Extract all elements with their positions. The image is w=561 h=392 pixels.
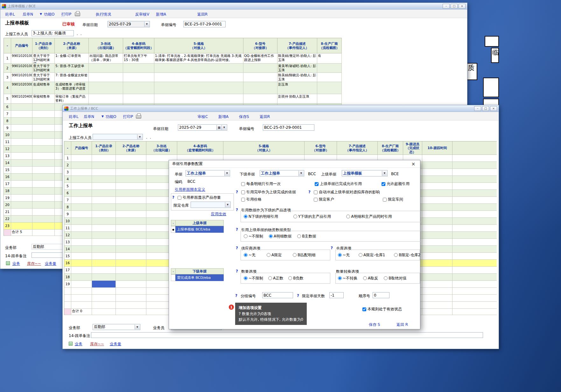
titlebar[interactable]: 工作上报单 / BCC – □ × <box>63 105 499 112</box>
template-grid-row-number[interactable]: 21 <box>4 209 11 216</box>
template-grid-row-number[interactable]: 9 <box>4 125 11 132</box>
work-grid-cell[interactable] <box>422 232 452 239</box>
function-menu-link[interactable]: 功能O <box>106 114 116 120</box>
template-grid-cell[interactable] <box>32 188 55 195</box>
template-grid-cell[interactable] <box>123 73 154 82</box>
help-question-mark[interactable]: ? <box>235 293 237 298</box>
work-grid-cell[interactable] <box>92 281 116 288</box>
radio-input[interactable] <box>338 276 342 280</box>
template-grid-cell[interactable] <box>11 181 32 188</box>
warehouse-group-option[interactable]: B限定-仓库2 <box>394 252 420 258</box>
function-menu-link[interactable]: 功能O <box>44 12 54 17</box>
work-grid-cell[interactable] <box>422 260 452 267</box>
work-grid-cell[interactable] <box>116 253 146 260</box>
template-grid-row-number[interactable]: 22 <box>4 216 11 223</box>
apply-link[interactable]: 应用生效 <box>211 211 226 217</box>
work-grid-row-number[interactable]: 4 <box>64 176 71 183</box>
cb-done-allow-input[interactable] <box>315 182 319 186</box>
return-link[interactable]: 返回R <box>260 114 270 120</box>
work-grid-cell[interactable] <box>116 190 146 197</box>
template-grid-cell[interactable] <box>32 167 55 174</box>
template-grid-row-number[interactable]: 6 <box>4 104 11 111</box>
help-question-mark[interactable]: ? <box>172 195 174 200</box>
work-grid-row-number[interactable] <box>64 295 71 302</box>
work-grid-cell[interactable] <box>116 274 146 281</box>
template-grid-cell[interactable] <box>11 195 32 202</box>
work-grid-cell[interactable] <box>116 155 146 162</box>
cb-show-stock-input[interactable] <box>178 196 181 200</box>
doc-date-combo[interactable]: 2025-07-29 ▦ ▼ <box>178 124 227 131</box>
work-grid-cell[interactable] <box>422 239 452 246</box>
work-grid-cell[interactable] <box>92 232 116 239</box>
business-link[interactable]: 业务 <box>12 261 20 266</box>
cb-refer-once[interactable]: 每条明细只引用一次 <box>241 181 281 187</box>
template-grid-cell[interactable]: 出现问题: 商品异常（清单，弹簧） <box>89 53 123 64</box>
template-grid-row[interactable]: 399010201008查大于等于12H超时来源:7: 晋强-金蝶波次标签陈美娟… <box>4 73 342 82</box>
child-doc-item[interactable]: 需完成清单 BCD/eba <box>171 274 224 281</box>
cb-rule-active-input[interactable] <box>362 307 366 311</box>
template-grid-cell[interactable]: 生成销售单 <box>32 82 55 94</box>
work-grid-cell[interactable] <box>116 162 146 169</box>
work-grid-column-header[interactable]: 5-规格 （对接人） <box>223 141 305 155</box>
radio-input[interactable] <box>384 276 388 280</box>
chevron-down-icon[interactable]: ▼ <box>135 325 140 329</box>
work-grid-row-number[interactable]: 11 <box>64 225 71 232</box>
template-grid-cell[interactable]: 5: 晋强-手工缺货单 <box>55 64 89 73</box>
template-grid-cell[interactable] <box>11 223 32 230</box>
template-grid-cell[interactable] <box>32 202 55 209</box>
template-grid-cell[interactable] <box>32 153 55 160</box>
work-grid-cell[interactable] <box>71 176 92 183</box>
help-question-mark[interactable]: ? <box>236 246 238 250</box>
template-grid-cell[interactable] <box>123 94 154 104</box>
printer-icon[interactable] <box>136 115 141 119</box>
radio-input[interactable] <box>269 234 273 238</box>
work-grid-cell[interactable] <box>422 204 452 211</box>
sequence-field[interactable]: 0 <box>373 292 389 298</box>
work-grid-cell[interactable] <box>71 211 92 218</box>
cb-show-stock[interactable]: 引用界面显示产品存量 <box>178 195 221 200</box>
cb-limit-workshop-input[interactable] <box>383 198 387 202</box>
template-grid-cell[interactable] <box>11 188 32 195</box>
template-grid-row-number[interactable]: 7 <box>4 111 11 118</box>
template-grid-row-number[interactable]: 13 <box>4 153 11 160</box>
work-grid-row-number[interactable]: 3 <box>64 169 71 176</box>
radio-input[interactable] <box>359 253 362 257</box>
work-grid-row-number[interactable]: 8 <box>64 204 71 211</box>
work-grid-cell[interactable] <box>71 246 92 253</box>
template-grid-cell[interactable]: 99010203003 <box>11 82 32 94</box>
template-grid-column-header[interactable]: 2-产品名称 （来源） <box>55 38 89 53</box>
note-field[interactable] <box>91 332 483 338</box>
qty-conv-group-option[interactable]: B取绝对值 <box>384 276 406 281</box>
template-grid-cell[interactable]: 99010201001 <box>11 53 32 64</box>
work-grid-cell[interactable] <box>71 253 92 260</box>
template-grid-cell[interactable] <box>317 73 342 82</box>
cb-auto-offset-input[interactable] <box>314 190 318 194</box>
doc-number-field[interactable]: BCE-25-07-29-0001 <box>183 21 226 27</box>
template-grid-column-header[interactable]: 5-规格 （对接人） <box>154 38 243 53</box>
template-grid-column-header[interactable]: 7-产品描述 （事件指定人） <box>277 38 317 53</box>
work-grid-cell[interactable] <box>422 218 452 225</box>
close-icon[interactable]: × <box>410 161 417 167</box>
chevron-down-icon[interactable]: ▼ <box>225 202 230 207</box>
template-grid-cell[interactable] <box>243 94 277 104</box>
work-grid-column-header[interactable]: 7-产品描述 （事件指定人） <box>337 141 378 155</box>
template-grid-row-number[interactable]: 8 <box>4 118 11 125</box>
template-grid-cell[interactable] <box>11 132 32 139</box>
template-grid-cell[interactable] <box>154 73 243 82</box>
work-grid-cell[interactable] <box>92 204 116 211</box>
template-grid-cell[interactable] <box>123 64 154 73</box>
work-grid-column-header[interactable]: 8-生产厂商 （流程截图） <box>378 141 403 155</box>
work-grid-cell[interactable] <box>92 288 116 295</box>
next-doc-link[interactable]: 后单N <box>23 12 33 17</box>
work-grid-cell[interactable] <box>422 302 452 309</box>
work-grid-cell[interactable] <box>71 274 92 281</box>
template-grid-cell[interactable] <box>11 139 32 146</box>
template-grid-row-number[interactable]: 3 <box>4 73 11 82</box>
template-grid-cell[interactable] <box>11 209 32 216</box>
work-grid-cell[interactable] <box>71 197 92 204</box>
calendar-icon[interactable]: ▦ <box>216 125 221 130</box>
template-grid-cell[interactable] <box>32 195 55 202</box>
work-grid-cell[interactable] <box>116 197 146 204</box>
template-grid-cell[interactable]: 查大于等于12H超时来源: <box>32 53 55 64</box>
template-grid-cell[interactable]: 彭奕仲 协助人彭玉珠 <box>277 94 317 104</box>
